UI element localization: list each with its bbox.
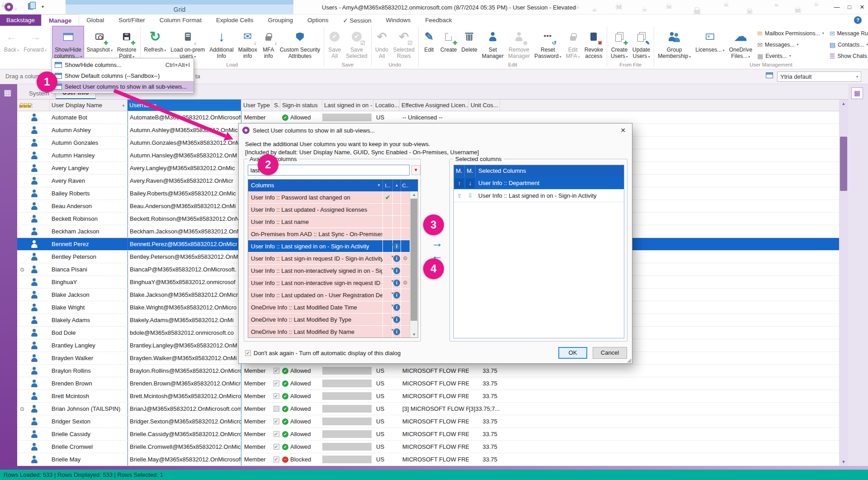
table-row[interactable]: Brielle MayBrielle.May@M365x85832012.OnM…	[17, 453, 839, 466]
ribbon-button-refresh[interactable]: ↻Refresh▾	[142, 26, 169, 55]
sort-asc-icon[interactable]: ▲	[392, 180, 401, 191]
move-down-icon[interactable]: ↓	[466, 178, 475, 188]
ribbon-button-restore-point[interactable]: ✚RestorePoint▾	[115, 26, 139, 61]
included-column-header[interactable]: I...	[382, 180, 392, 191]
tab-grouping[interactable]: Grouping	[260, 14, 300, 26]
tab-explode-cells[interactable]: Explode Cells	[209, 14, 261, 26]
table-row[interactable]: Bridger SextonBridger.Sexton@M365x858320…	[17, 415, 839, 428]
quick-access-caret-icon[interactable]: ▾	[42, 4, 44, 9]
add-column-arrow-icon[interactable]: →	[428, 238, 446, 249]
ribbon-button-set-manager[interactable]: SetManager	[480, 26, 506, 60]
column-header-8[interactable]: Effective Assigned Licen...	[400, 100, 469, 111]
ribbon-button-delete[interactable]: Delete	[459, 26, 480, 54]
tab-column-format[interactable]: Column Format	[152, 14, 209, 26]
table-row[interactable]: Automate BotAutomateB@M365x85832012.OnMi…	[17, 111, 839, 124]
tab-manage[interactable]: Manage	[41, 14, 79, 26]
ribbon-button-create-users[interactable]: ✚CreateUsers▾	[609, 26, 630, 61]
available-column-row[interactable]: User Info :: Last name	[248, 216, 418, 228]
grid-view-icon[interactable]: ▦	[4, 88, 11, 98]
ribbon-button-show-chats[interactable]: ☰Show Chats...▾	[830, 50, 868, 62]
table-row[interactable]: Brielle CassidyBrielle.Cassidy@M365x8583…	[17, 428, 839, 441]
scroll-down-icon[interactable]: ▼	[410, 331, 418, 338]
menu-item-1[interactable]: Show/Hide columns...Ctrl+Alt+I	[52, 59, 193, 70]
ribbon-button-load-on-prem-users[interactable]: ↓Load on-premusers▾	[168, 26, 207, 61]
ribbon-button-update-users[interactable]: ✎UpdateUsers▾	[630, 26, 652, 61]
scroll-down-icon[interactable]: ▼	[839, 458, 848, 466]
table-row[interactable]: ⊙Brian Johnson (TAILSPIN)BrianJ@M365x858…	[17, 403, 839, 415]
move-up-cell[interactable]: ↑	[454, 177, 465, 189]
move-down-icon[interactable]: ⇩	[466, 191, 475, 201]
maximize-button[interactable]: □	[843, 0, 856, 14]
available-column-row[interactable]: User Info :: Last sign-in request ID - S…	[248, 252, 418, 265]
table-row[interactable]: Brett McintoshBrett.Mcintosh@M365x858320…	[17, 390, 839, 403]
column-header-5[interactable]: Sign-in status	[280, 100, 322, 111]
available-column-row[interactable]: User Info :: Last signed in on - Sign-in…	[248, 240, 418, 252]
tab-session[interactable]: ✓ Session	[336, 14, 379, 26]
ribbon-button-messages[interactable]: ✉Messages...▾	[757, 39, 824, 50]
grid-window-tab[interactable]: Grid	[66, 0, 293, 14]
ribbon-button-message-rules[interactable]: ✉Message Rules...▾	[830, 28, 868, 39]
tab-global[interactable]: Global	[79, 14, 111, 26]
move-down-cell[interactable]: ↓	[465, 177, 476, 189]
available-column-row[interactable]: User Info :: Last non-interactive sign-i…	[248, 277, 418, 289]
available-column-row[interactable]: OneDrive Info :: Last Modified By Typei	[248, 314, 418, 326]
available-column-row[interactable]: User Info :: Last non-interactively sign…	[248, 265, 418, 277]
minimize-button[interactable]: —	[830, 0, 843, 14]
scroll-up-icon[interactable]: ▲	[410, 191, 418, 199]
table-row[interactable]: Braylon RollinsBraylon.Rollins@M365x8583…	[17, 365, 839, 377]
available-column-row[interactable]: User Info :: Last updated - Assigned lic…	[248, 204, 418, 216]
dialog-title-bar[interactable]: Select User columns to show in all sub-v…	[239, 124, 632, 137]
column-header-9[interactable]: Unit Cos...	[469, 100, 500, 111]
scroll-up-icon[interactable]: ▲	[839, 100, 848, 108]
available-list-header[interactable]: Columns I... ▲ C..	[248, 180, 418, 191]
scrollbar-thumb[interactable]	[410, 199, 417, 321]
table-row[interactable]: Brielle CromwelBrielle.Cromwell@M365x858…	[17, 441, 839, 453]
move-up-cell[interactable]: ⇧	[454, 190, 465, 202]
menu-item-2[interactable]: Show Default columns (--Sandbox--)	[52, 70, 193, 81]
available-column-row[interactable]: User Info :: Password last changed on✔	[248, 191, 418, 204]
ribbon-button-create[interactable]: ✚Create	[438, 26, 459, 54]
dont-ask-again-checkbox[interactable]: ✔ Don't ask again - Turn off automatic d…	[245, 350, 401, 356]
selected-column-row[interactable]: ↑↓User Info :: Department	[454, 177, 624, 190]
ribbon-button-custom-security-attributes[interactable]: ↓Custom SecurityAttributes	[278, 26, 322, 60]
ribbon-button-licenses[interactable]: Licenses...▾	[693, 26, 726, 55]
ribbon-button-edit[interactable]: ✎Edit	[420, 26, 438, 54]
ribbon-button-contacts[interactable]: ▤Contacts...▾	[830, 39, 868, 50]
vertical-scrollbar[interactable]: ▲ ▼	[839, 100, 848, 466]
column-header-4[interactable]: S...	[272, 100, 280, 111]
ribbon-button-onedrive-files[interactable]: ☁OneDriveFiles...▾	[727, 26, 755, 61]
column-header-3[interactable]: User Type	[241, 100, 272, 111]
help-icon[interactable]: ?	[854, 16, 862, 24]
menu-item-3[interactable]: Select User columns to show in all sub-v…	[52, 81, 193, 92]
tab-sort-filter[interactable]: Sort/Filter	[111, 14, 152, 26]
column-header-username[interactable]: Username	[127, 100, 241, 111]
move-down-cell[interactable]: ⇩	[465, 190, 476, 202]
ribbon-button-mailbox-info[interactable]: ✉↓Mailboxinfo	[236, 26, 259, 60]
ribbon-button-mailbox-permissions[interactable]: ✉Mailbox Permissions...▾	[757, 28, 824, 39]
clear-filter-icon[interactable]	[411, 165, 420, 175]
available-list-scrollbar[interactable]: ▲ ▼	[410, 191, 418, 338]
available-column-row[interactable]: On-Premises from AAD :: Last Sync - On-P…	[248, 228, 418, 240]
available-column-row[interactable]: OneDrive Info :: Last Modified By Namei	[248, 326, 418, 338]
panel-toggle-icon[interactable]: ▦	[851, 87, 863, 99]
scrollbar-thumb[interactable]	[840, 137, 847, 191]
grid-profile-icon[interactable]	[766, 72, 773, 80]
column-header-user-display-name[interactable]: User Display Name▲	[50, 100, 127, 111]
horizontal-scrollbar[interactable]	[0, 466, 868, 470]
tab-options[interactable]: Options	[300, 14, 336, 26]
resize-grip[interactable]: ◢	[627, 357, 631, 363]
dialog-close-icon[interactable]: ✕	[618, 126, 628, 135]
cancel-button[interactable]: Cancel	[593, 347, 627, 359]
ribbon-button-show-hide-columns[interactable]: Show/Hidecolumns...▾	[52, 26, 85, 61]
checkbox-icon[interactable]: ✔	[245, 350, 251, 356]
grid-profile-select[interactable]: Ytria default ▾	[777, 71, 861, 82]
close-button[interactable]: ✕	[856, 0, 868, 14]
app-logo-icon[interactable]	[5, 3, 13, 11]
ribbon-button-mfa-info[interactable]: ↓MFAinfo	[259, 26, 278, 60]
table-row[interactable]: Brenden BrownBrenden.Brown@M365x85832012…	[17, 377, 839, 390]
tab-feedback[interactable]: Feedback	[418, 14, 459, 26]
custom-column-header[interactable]: C..	[401, 180, 410, 191]
move-up-icon[interactable]: ↑	[455, 178, 464, 188]
ribbon-button-revoke-access[interactable]: ✖Revokeaccess	[582, 26, 605, 60]
column-header-7[interactable]: Locatio...	[373, 100, 400, 111]
